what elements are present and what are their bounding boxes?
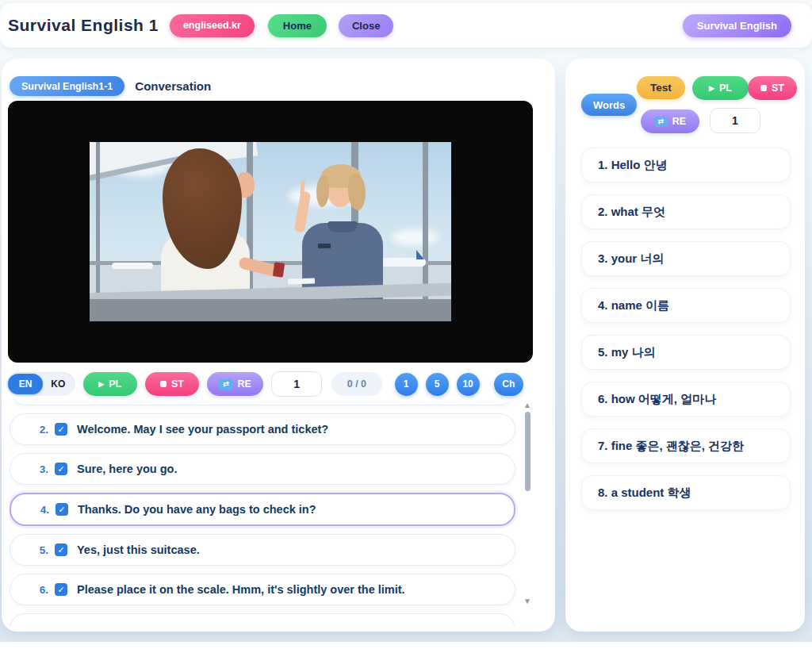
video-still-image — [90, 142, 451, 321]
stop-button[interactable]: ST — [145, 372, 199, 396]
scene-agent-nametag — [318, 244, 331, 248]
sentence-text: Yes, just this suitcase. — [77, 543, 200, 556]
bottom-strip — [0, 642, 812, 649]
jump-1-button[interactable]: 1 — [395, 373, 418, 396]
sentence-list: 2. ✓ Welcome. May I see your passport an… — [10, 401, 534, 626]
sentence-checkbox[interactable]: ✓ — [55, 543, 67, 556]
words-play-button[interactable]: ▶ PL — [692, 76, 749, 100]
list-scrollbar[interactable]: ▲ ▼ — [520, 401, 534, 626]
sentence-row[interactable]: 6. ✓ Please place it on the scale. Hmm, … — [10, 574, 515, 605]
language-en-option[interactable]: EN — [8, 374, 43, 394]
words-stop-button[interactable]: ST — [748, 76, 797, 100]
lesson-badge: Survival English1-1 — [10, 76, 124, 96]
word-item[interactable]: 3. your 너의 — [581, 241, 791, 276]
sentence-text: Welcome. May I see your passport and tic… — [77, 423, 328, 436]
scroll-down-icon[interactable]: ▼ — [520, 597, 534, 605]
lesson-header: Survival English1-1 Conversation — [10, 76, 211, 96]
word-item[interactable]: 1. Hello 안녕 — [581, 148, 791, 182]
test-button[interactable]: Test — [637, 76, 685, 99]
words-button[interactable]: Words — [581, 94, 637, 116]
section-title: Conversation — [135, 79, 211, 93]
sentence-row-selected[interactable]: 4. ✓ Thanks. Do you have any bags to che… — [10, 493, 515, 526]
course-badge-button[interactable]: Survival English — [683, 14, 791, 37]
word-item[interactable]: 4. name 이름 — [581, 288, 791, 323]
repeat-count-input[interactable] — [271, 371, 322, 397]
sentence-checkbox[interactable]: ✓ — [55, 583, 67, 596]
scroll-up-icon[interactable]: ▲ — [520, 401, 534, 409]
word-list: 1. Hello 안녕 2. what 무엇 3. your 너의 4. nam… — [581, 148, 791, 510]
words-repeat-count-input[interactable] — [710, 108, 760, 133]
player-controls: EN KO ▶ PL ST ⇄ RE 0 / 0 1 5 10 Ch — [6, 371, 523, 397]
sentence-number: 2. — [29, 424, 48, 436]
home-button[interactable]: Home — [268, 14, 327, 37]
scene-passport — [273, 262, 285, 278]
sentence-text: Please place it on the scale. Hmm, it's … — [77, 583, 405, 596]
sentence-row-partial[interactable] — [10, 401, 515, 405]
scene-airplane-tail — [416, 250, 424, 259]
stop-icon — [760, 85, 767, 91]
word-item[interactable]: 5. my 나의 — [581, 335, 791, 370]
app-header: Survival English 1 engliseed.kr Home Clo… — [0, 3, 812, 48]
sentence-text: Sure, here you go. — [77, 463, 178, 475]
word-item[interactable]: 6. how 어떻게, 얼마나 — [581, 382, 791, 417]
repeat-button[interactable]: ⇄ RE — [207, 372, 263, 396]
scrollbar-thumb[interactable] — [525, 412, 530, 491]
language-toggle[interactable]: EN KO — [6, 372, 75, 396]
words-panel: Words Test ▶ PL ST ⇄ RE 1. Hello 안녕 2. w… — [565, 59, 805, 632]
sentence-counter: 0 / 0 — [331, 372, 381, 396]
sentence-row[interactable]: 2. ✓ Welcome. May I see your passport an… — [10, 413, 515, 445]
lesson-panel: Survival English1-1 Conversation — [2, 59, 555, 632]
scene-counter-front — [90, 299, 451, 321]
sentence-number: 6. — [29, 584, 48, 596]
play-button[interactable]: ▶ PL — [83, 372, 137, 396]
language-ko-option[interactable]: KO — [43, 378, 74, 390]
jump-10-button[interactable]: 10 — [457, 373, 480, 396]
site-badge-button[interactable]: engliseed.kr — [170, 14, 255, 37]
sentence-row-partial[interactable] — [10, 613, 515, 626]
scene-airplane — [112, 263, 153, 269]
app-title: Survival English 1 — [8, 16, 159, 35]
play-icon: ▶ — [709, 85, 714, 92]
sentence-checkbox[interactable]: ✓ — [56, 503, 68, 516]
word-item[interactable]: 7. fine 좋은, 괜찮은, 건강한 — [581, 428, 791, 463]
sentence-row[interactable]: 5. ✓ Yes, just this suitcase. — [10, 534, 515, 566]
sentence-text: Thanks. Do you have any bags to check in… — [78, 503, 316, 516]
words-controls: Words Test ▶ PL ST ⇄ RE — [565, 59, 805, 143]
close-button[interactable]: Close — [339, 14, 393, 37]
video-player[interactable] — [8, 101, 533, 363]
sentence-number: 3. — [29, 463, 48, 475]
sentence-checkbox[interactable]: ✓ — [55, 423, 67, 436]
repeat-icon: ⇄ — [219, 379, 232, 390]
sentence-checkbox[interactable]: ✓ — [55, 463, 67, 475]
jump-5-button[interactable]: 5 — [426, 373, 449, 396]
scene-agent-hair — [348, 174, 366, 210]
sentence-number: 4. — [30, 504, 49, 516]
sentence-row[interactable]: 3. ✓ Sure, here you go. — [10, 453, 515, 485]
repeat-icon: ⇄ — [654, 117, 668, 127]
sentence-number: 5. — [29, 544, 48, 556]
word-item[interactable]: 8. a student 학생 — [581, 475, 791, 510]
stop-icon — [160, 381, 167, 387]
scene-agent-collar — [327, 221, 358, 232]
play-icon: ▶ — [98, 381, 104, 388]
word-item[interactable]: 2. what 무엇 — [581, 194, 791, 229]
scene-paper — [288, 278, 315, 284]
jump-ch-button[interactable]: Ch — [494, 373, 523, 396]
words-repeat-button[interactable]: ⇄ RE — [641, 109, 699, 133]
